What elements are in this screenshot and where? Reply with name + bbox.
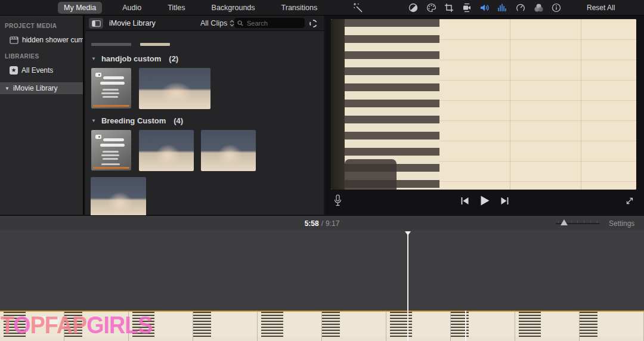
section-count: (4)	[174, 116, 183, 125]
watermark: TOPFAPGIRLS	[1, 311, 152, 339]
info-icon[interactable]	[551, 2, 562, 13]
imovie-library-label: iMovie Library	[13, 84, 58, 92]
tab-titles[interactable]: Titles	[162, 2, 191, 14]
project-item-label: hidden shower cum	[22, 36, 83, 44]
section-count: (2)	[169, 54, 178, 63]
filter-label: All Clips	[200, 19, 227, 27]
speed-gauge-icon[interactable]	[515, 2, 526, 13]
sidebar-item-imovie-library[interactable]: ▼ iMovie Library	[0, 82, 83, 94]
clip-edit-boundary[interactable]	[465, 311, 466, 341]
section-header-2[interactable]: ▼ Breeding Custom (4)	[91, 116, 183, 125]
preview-viewer	[325, 16, 644, 215]
project-media-header: PROJECT MEDIA	[5, 23, 83, 29]
tab-my-media[interactable]: My Media	[58, 2, 102, 14]
sidebar-toggle-button[interactable]	[89, 18, 103, 29]
play-button[interactable]	[479, 195, 490, 206]
microphone-icon	[333, 194, 342, 207]
filmstrip-frame	[580, 312, 644, 341]
transport-bar	[325, 191, 644, 215]
browser-title: iMovie Library	[109, 19, 156, 27]
imovie-window: My Media Audio Titles Backgrounds Transi…	[0, 0, 644, 341]
clips-filter-dropdown[interactable]: All Clips	[200, 19, 234, 27]
sidebar: PROJECT MEDIA hidden shower cum LIBRARIE…	[0, 16, 84, 215]
skip-forward-icon	[500, 196, 509, 206]
timeline-info-bar: 5:58 / 9:17 Settings	[0, 215, 644, 230]
sidebar-item-all-events[interactable]: ★ All Events	[10, 64, 83, 76]
color-filters-icon[interactable]	[533, 2, 544, 13]
libraries-header: LIBRARIES	[5, 53, 83, 60]
section-name: Breeding Custom	[101, 116, 166, 125]
fullscreen-expand-icon	[625, 196, 634, 206]
section-name: handjob custom	[101, 54, 161, 63]
play-icon	[479, 195, 490, 206]
skip-forward-button[interactable]	[500, 196, 509, 206]
disclosure-triangle-icon: ▼	[5, 86, 10, 91]
filmstrip-frame	[193, 312, 258, 341]
media-browser: iMovie Library All Clips	[85, 16, 324, 215]
title-card-thumbnail[interactable]	[91, 68, 131, 108]
striped-curtain-placeholder	[345, 19, 439, 190]
timeline-canvas[interactable]	[0, 230, 644, 311]
top-toolbar: My Media Audio Titles Backgrounds Transi…	[0, 0, 644, 16]
total-duration: 9:17	[326, 219, 339, 228]
microphone-button[interactable]	[333, 194, 342, 207]
video-clip-thumbnail[interactable]	[139, 68, 210, 109]
tab-backgrounds[interactable]: Backgrounds	[206, 2, 261, 14]
video-preview-placeholder[interactable]	[331, 19, 636, 190]
panel-toggle-icon	[92, 20, 101, 27]
video-clip-thumbnail[interactable]	[91, 177, 146, 219]
clapperboard-icon	[10, 36, 18, 44]
slider-thumb[interactable]	[561, 219, 568, 225]
partial-thumbnail	[91, 43, 131, 46]
browser-header: iMovie Library All Clips	[85, 16, 324, 31]
time-separator: /	[321, 219, 323, 228]
star-icon: ★	[10, 66, 18, 75]
clips-grid: ▼ handjob custom (2) ▼ Breeding Custom (…	[85, 31, 324, 215]
chevron-up-down-icon	[230, 20, 234, 27]
camera-badge-icon	[95, 73, 101, 77]
filmstrip-frame	[451, 312, 515, 341]
auto-enhance-wand-icon[interactable]	[352, 2, 365, 13]
partial-thumbnail	[140, 43, 170, 46]
audio-meter-icon[interactable]	[497, 2, 508, 13]
section-header-1[interactable]: ▼ handjob custom (2)	[91, 54, 178, 63]
title-card-thumbnail[interactable]	[91, 130, 131, 170]
skip-back-icon	[460, 196, 469, 206]
preview-left-edge	[331, 19, 345, 190]
camera-badge-icon	[95, 135, 101, 139]
sidebar-item-project-media[interactable]: hidden shower cum	[10, 34, 83, 46]
adjust-tools	[408, 0, 562, 15]
tab-transitions[interactable]: Transitions	[275, 2, 324, 14]
current-time: 5:58	[305, 219, 319, 228]
playhead[interactable]	[407, 231, 408, 341]
volume-icon[interactable]	[479, 2, 490, 13]
section-disclosure-icon: ▼	[91, 118, 96, 123]
timeline-zoom-slider[interactable]	[556, 222, 600, 225]
tab-audio[interactable]: Audio	[116, 2, 147, 14]
filmstrip-frame	[322, 312, 386, 341]
fullscreen-button[interactable]	[625, 196, 634, 206]
video-clip-thumbnail[interactable]	[201, 130, 256, 171]
filmstrip-frame	[386, 312, 451, 341]
media-tabs: My Media Audio Titles Backgrounds Transi…	[58, 0, 323, 15]
all-events-label: All Events	[21, 66, 53, 75]
section-disclosure-icon: ▼	[91, 56, 96, 61]
crop-icon[interactable]	[444, 2, 454, 13]
tile-wall-placeholder	[439, 19, 636, 190]
filmstrip-frame	[515, 312, 580, 341]
reset-all-button[interactable]: Reset All	[587, 0, 615, 15]
color-palette-icon[interactable]	[426, 2, 436, 13]
color-balance-icon[interactable]	[408, 2, 419, 13]
skip-back-button[interactable]	[460, 196, 469, 206]
time-display: 5:58 / 9:17	[298, 216, 346, 231]
camera-stabilization-icon[interactable]	[462, 2, 472, 13]
timeline-settings-button[interactable]: Settings	[609, 216, 634, 231]
search-input[interactable]	[234, 18, 305, 28]
browser-settings-button[interactable]	[308, 18, 318, 29]
gear-icon	[309, 20, 317, 27]
filmstrip-frame	[258, 312, 322, 341]
video-clip-thumbnail[interactable]	[139, 130, 194, 171]
